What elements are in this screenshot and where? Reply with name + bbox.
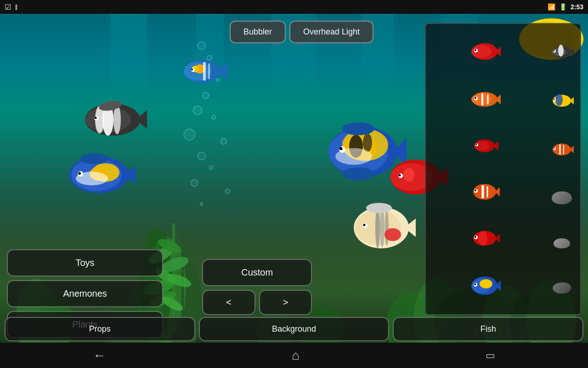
svg-point-93	[475, 49, 476, 51]
svg-point-67	[363, 133, 372, 152]
svg-point-86	[403, 168, 414, 182]
checkbox-icon: ☑	[5, 3, 11, 12]
bubble	[211, 115, 216, 120]
svg-point-105	[476, 144, 477, 145]
svg-point-131	[555, 94, 563, 106]
bubble	[191, 179, 198, 187]
svg-point-116	[475, 236, 476, 238]
bubble	[198, 152, 206, 160]
bubble	[225, 189, 230, 194]
svg-point-82	[363, 224, 366, 226]
svg-point-79	[384, 228, 401, 241]
svg-point-72	[339, 147, 343, 150]
fish-item-blue-yellow[interactable]	[469, 276, 501, 296]
bubbler-button[interactable]: Bubbler	[230, 21, 286, 43]
nav-home-button[interactable]: ⌂	[278, 345, 313, 367]
nav-back-button[interactable]: ←	[79, 345, 119, 367]
rock-item-3[interactable]	[553, 282, 571, 293]
props-button[interactable]: Props	[5, 317, 195, 341]
fish-item-clown[interactable]	[469, 90, 501, 109]
status-bar: ☑ ⫿ 📶 🔋 2:53	[0, 0, 588, 14]
fish-item-small-stripe[interactable]	[550, 142, 574, 157]
background-button[interactable]: Background	[199, 317, 390, 341]
bottom-bar: Props Background Fish	[0, 315, 588, 343]
svg-point-133	[554, 99, 555, 100]
svg-point-100	[475, 97, 476, 99]
bubble	[184, 129, 195, 140]
svg-point-40	[191, 69, 193, 70]
fish-item-red1[interactable]	[469, 42, 501, 61]
fish-item-red-striped[interactable]	[470, 230, 500, 247]
status-time: 2:53	[571, 3, 583, 11]
fish-button[interactable]: Fish	[393, 317, 583, 341]
black-white-fish	[71, 94, 154, 145]
battery-icon: 🔋	[559, 3, 567, 11]
wifi-icon: 📶	[548, 3, 555, 11]
rock-item-2[interactable]	[554, 238, 570, 248]
status-left-icons: ☑ ⫿	[5, 3, 18, 12]
svg-marker-96	[495, 94, 501, 104]
surgeon-fish	[53, 147, 145, 202]
anemones-button[interactable]: Anemones	[7, 280, 163, 307]
navigation-bar: ← ⌂ ▭	[0, 343, 588, 368]
center-panel: Custom < >	[202, 259, 312, 315]
svg-point-78	[385, 209, 389, 246]
svg-marker-36	[216, 62, 227, 80]
svg-point-128	[554, 50, 555, 52]
fish-panel	[425, 23, 581, 315]
fish-panel-right-column	[543, 24, 580, 314]
svg-point-80	[366, 203, 392, 213]
butterfly-fish	[340, 198, 423, 258]
svg-point-51	[95, 117, 97, 119]
svg-point-69	[342, 122, 374, 135]
svg-marker-113	[495, 234, 500, 243]
bubble	[220, 138, 227, 144]
custom-button[interactable]: Custom	[202, 259, 312, 286]
svg-point-120	[480, 279, 492, 288]
svg-point-126	[558, 45, 564, 57]
svg-marker-103	[493, 141, 498, 150]
nav-prev-button[interactable]: <	[202, 290, 255, 315]
nav-next-button[interactable]: >	[259, 290, 312, 315]
clown-fish-top	[165, 46, 239, 92]
toys-button[interactable]: Toys	[7, 249, 163, 276]
svg-point-88	[399, 174, 401, 177]
svg-point-114	[478, 231, 487, 246]
fish-item-small-dark[interactable]	[550, 45, 574, 59]
svg-point-111	[475, 190, 476, 191]
svg-point-60	[78, 172, 81, 175]
fish-item-small-yellow[interactable]	[550, 93, 574, 108]
menu-icon: ⫿	[15, 3, 18, 11]
svg-point-122	[474, 283, 476, 285]
fish-item-red-small[interactable]	[471, 138, 498, 154]
bubble	[202, 92, 209, 99]
bubble	[209, 166, 213, 170]
fish-item-orange-clown[interactable]	[470, 183, 500, 201]
bubble	[193, 106, 202, 115]
nav-arrows: < >	[202, 290, 312, 315]
svg-point-139	[554, 148, 555, 149]
status-right-icons: 📶 🔋 2:53	[548, 3, 583, 11]
svg-marker-107	[495, 187, 500, 196]
svg-point-77	[380, 208, 384, 247]
rock-item-1[interactable]	[552, 191, 572, 204]
svg-point-76	[375, 207, 380, 248]
svg-point-70	[342, 167, 374, 180]
nav-recent-button[interactable]: ▭	[472, 346, 509, 365]
overhead-light-button[interactable]: Overhead Light	[289, 21, 373, 43]
fish-panel-left-column	[426, 24, 543, 314]
svg-point-58	[80, 153, 108, 164]
